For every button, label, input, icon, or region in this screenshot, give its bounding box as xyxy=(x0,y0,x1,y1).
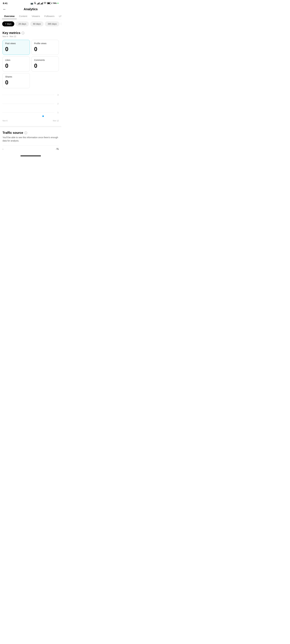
key-metrics-section: Key metrics i Nov 6 - Nov 12 Post views … xyxy=(0,28,61,91)
chart-x-axis: Nov 6 Nov 12 xyxy=(2,119,59,123)
chart-x-label-start: Nov 6 xyxy=(2,120,8,122)
period-28days[interactable]: 28 days xyxy=(16,22,29,26)
metric-card-comments: Comments 0 xyxy=(32,56,59,72)
tab-content[interactable]: Content xyxy=(17,13,30,19)
metric-label-profile-views: Profile views xyxy=(34,42,56,45)
back-button[interactable]: ← xyxy=(3,7,6,11)
wifi-icon xyxy=(44,2,46,4)
metric-card-profile-views: Profile views 0 xyxy=(32,40,59,55)
tab-live[interactable]: LIVE xyxy=(57,13,61,19)
grid-label-1: 1 xyxy=(58,112,58,114)
period-7days[interactable]: 7 days xyxy=(2,22,14,26)
muted-icon xyxy=(34,2,36,4)
metric-card-post-views: Post views 0 xyxy=(2,40,30,55)
chart-section: 3 2 1 Nov 6 Nov 12 xyxy=(0,91,61,126)
grid-line-3: 3 xyxy=(2,95,54,95)
traffic-source-description: You'll be able to see this information o… xyxy=(2,136,59,142)
status-time: 8:41 xyxy=(3,2,8,4)
metric-card-likes: Likes 0 xyxy=(2,56,30,72)
traffic-source-section: Traffic source i You'll be able to see t… xyxy=(0,126,61,154)
battery-icon xyxy=(47,2,52,4)
metric-value-comments: 0 xyxy=(34,62,56,69)
chart-dot xyxy=(42,116,44,117)
traffic-right-value: -% xyxy=(56,148,59,150)
battery-percent: 74% xyxy=(52,2,56,4)
metric-value-likes: 0 xyxy=(5,62,27,69)
chart-x-label-end: Nov 12 xyxy=(53,120,59,122)
key-metrics-header: Key metrics i Nov 6 - Nov 12 xyxy=(2,31,59,38)
status-bar: 8:41 📷 xyxy=(0,0,61,6)
grid-line-2: 2 xyxy=(2,104,54,104)
metric-value-shares: 0 xyxy=(5,79,27,86)
traffic-left-value: - xyxy=(2,148,3,150)
key-metrics-info-icon[interactable]: i xyxy=(22,32,24,34)
chart-area: 3 2 1 xyxy=(2,92,59,118)
grid-label-3: 3 xyxy=(58,94,58,96)
tab-overview[interactable]: Overview xyxy=(2,13,17,19)
home-indicator xyxy=(0,154,61,158)
tab-bar: Overview Content Viewers Followers LIVE xyxy=(0,13,61,19)
period-custom[interactable]: Cu xyxy=(61,22,61,26)
traffic-source-info-icon[interactable]: i xyxy=(24,132,27,134)
status-icons: 📷 xyxy=(30,2,58,4)
metric-label-shares: Shares xyxy=(5,76,27,78)
period-filter: 7 days 28 days 60 days 365 days Cu xyxy=(0,19,61,28)
metric-label-likes: Likes xyxy=(5,59,27,61)
metric-card-shares: Shares 0 xyxy=(2,73,30,88)
metric-label-comments: Comments xyxy=(34,59,56,61)
metrics-grid: Post views 0 Profile views 0 Likes 0 Com… xyxy=(2,40,59,88)
page-header: ← Analytics xyxy=(0,6,61,13)
period-365days[interactable]: 365 days xyxy=(45,22,60,26)
tab-followers[interactable]: Followers xyxy=(42,13,56,19)
traffic-source-bottom: - -% xyxy=(2,146,59,150)
metric-value-profile-views: 0 xyxy=(34,46,56,52)
camera-icon: 📷 xyxy=(30,2,33,4)
metric-label-post-views: Post views xyxy=(5,42,27,45)
traffic-source-title: Traffic source i xyxy=(2,131,59,134)
page-title: Analytics xyxy=(24,8,38,11)
signal-bars-1 xyxy=(37,2,40,4)
svg-point-3 xyxy=(45,4,45,4)
metric-value-post-views: 0 xyxy=(5,46,27,52)
home-bar xyxy=(20,156,41,156)
chart-grid-lines: 3 2 1 xyxy=(2,92,54,118)
period-60days[interactable]: 60 days xyxy=(30,22,44,26)
key-metrics-date-range: Nov 6 - Nov 12 xyxy=(2,35,59,38)
tab-viewers[interactable]: Viewers xyxy=(30,13,42,19)
key-metrics-title: Key metrics i xyxy=(2,31,59,35)
signal-bars-2 xyxy=(40,2,43,4)
battery-dot xyxy=(58,3,58,4)
grid-label-2: 2 xyxy=(58,103,58,105)
